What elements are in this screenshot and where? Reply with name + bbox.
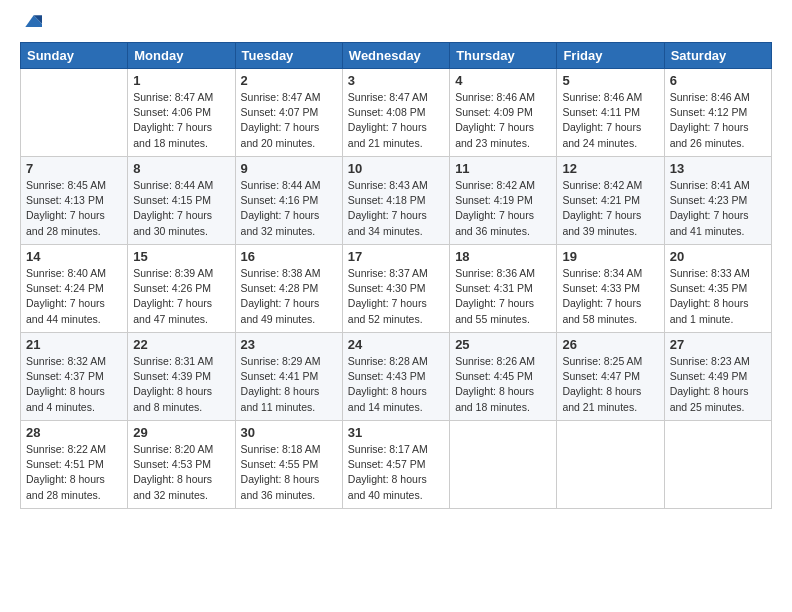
day-info: Sunrise: 8:20 AM Sunset: 4:53 PM Dayligh…: [133, 442, 229, 503]
calendar-cell: 25Sunrise: 8:26 AM Sunset: 4:45 PM Dayli…: [450, 333, 557, 421]
day-number: 4: [455, 73, 551, 88]
day-number: 7: [26, 161, 122, 176]
day-number: 14: [26, 249, 122, 264]
day-number: 23: [241, 337, 337, 352]
day-number: 21: [26, 337, 122, 352]
day-number: 22: [133, 337, 229, 352]
day-number: 17: [348, 249, 444, 264]
calendar-cell: 4Sunrise: 8:46 AM Sunset: 4:09 PM Daylig…: [450, 69, 557, 157]
weekday-header-thursday: Thursday: [450, 43, 557, 69]
calendar-cell: 24Sunrise: 8:28 AM Sunset: 4:43 PM Dayli…: [342, 333, 449, 421]
day-info: Sunrise: 8:25 AM Sunset: 4:47 PM Dayligh…: [562, 354, 658, 415]
day-info: Sunrise: 8:18 AM Sunset: 4:55 PM Dayligh…: [241, 442, 337, 503]
day-number: 11: [455, 161, 551, 176]
day-info: Sunrise: 8:46 AM Sunset: 4:12 PM Dayligh…: [670, 90, 766, 151]
logo-icon: [22, 12, 42, 32]
day-info: Sunrise: 8:47 AM Sunset: 4:06 PM Dayligh…: [133, 90, 229, 151]
calendar-cell: 10Sunrise: 8:43 AM Sunset: 4:18 PM Dayli…: [342, 157, 449, 245]
day-info: Sunrise: 8:41 AM Sunset: 4:23 PM Dayligh…: [670, 178, 766, 239]
calendar-cell: 30Sunrise: 8:18 AM Sunset: 4:55 PM Dayli…: [235, 421, 342, 509]
weekday-header-friday: Friday: [557, 43, 664, 69]
calendar-cell: 17Sunrise: 8:37 AM Sunset: 4:30 PM Dayli…: [342, 245, 449, 333]
day-number: 2: [241, 73, 337, 88]
day-info: Sunrise: 8:22 AM Sunset: 4:51 PM Dayligh…: [26, 442, 122, 503]
day-number: 5: [562, 73, 658, 88]
day-number: 27: [670, 337, 766, 352]
calendar-cell: 8Sunrise: 8:44 AM Sunset: 4:15 PM Daylig…: [128, 157, 235, 245]
calendar-cell: 26Sunrise: 8:25 AM Sunset: 4:47 PM Dayli…: [557, 333, 664, 421]
day-info: Sunrise: 8:46 AM Sunset: 4:11 PM Dayligh…: [562, 90, 658, 151]
calendar-cell: 6Sunrise: 8:46 AM Sunset: 4:12 PM Daylig…: [664, 69, 771, 157]
day-info: Sunrise: 8:38 AM Sunset: 4:28 PM Dayligh…: [241, 266, 337, 327]
day-number: 13: [670, 161, 766, 176]
day-info: Sunrise: 8:40 AM Sunset: 4:24 PM Dayligh…: [26, 266, 122, 327]
calendar-table: SundayMondayTuesdayWednesdayThursdayFrid…: [20, 42, 772, 509]
day-info: Sunrise: 8:42 AM Sunset: 4:19 PM Dayligh…: [455, 178, 551, 239]
calendar-cell: 29Sunrise: 8:20 AM Sunset: 4:53 PM Dayli…: [128, 421, 235, 509]
day-number: 19: [562, 249, 658, 264]
calendar-cell: 2Sunrise: 8:47 AM Sunset: 4:07 PM Daylig…: [235, 69, 342, 157]
day-info: Sunrise: 8:47 AM Sunset: 4:08 PM Dayligh…: [348, 90, 444, 151]
day-number: 28: [26, 425, 122, 440]
calendar-cell: 3Sunrise: 8:47 AM Sunset: 4:08 PM Daylig…: [342, 69, 449, 157]
day-info: Sunrise: 8:47 AM Sunset: 4:07 PM Dayligh…: [241, 90, 337, 151]
day-info: Sunrise: 8:28 AM Sunset: 4:43 PM Dayligh…: [348, 354, 444, 415]
day-number: 16: [241, 249, 337, 264]
calendar-cell: [450, 421, 557, 509]
day-info: Sunrise: 8:31 AM Sunset: 4:39 PM Dayligh…: [133, 354, 229, 415]
calendar-cell: 5Sunrise: 8:46 AM Sunset: 4:11 PM Daylig…: [557, 69, 664, 157]
day-info: Sunrise: 8:23 AM Sunset: 4:49 PM Dayligh…: [670, 354, 766, 415]
day-number: 3: [348, 73, 444, 88]
weekday-header-wednesday: Wednesday: [342, 43, 449, 69]
calendar-cell: 16Sunrise: 8:38 AM Sunset: 4:28 PM Dayli…: [235, 245, 342, 333]
day-number: 10: [348, 161, 444, 176]
day-info: Sunrise: 8:36 AM Sunset: 4:31 PM Dayligh…: [455, 266, 551, 327]
day-number: 25: [455, 337, 551, 352]
calendar-cell: 31Sunrise: 8:17 AM Sunset: 4:57 PM Dayli…: [342, 421, 449, 509]
weekday-header-saturday: Saturday: [664, 43, 771, 69]
calendar-cell: 20Sunrise: 8:33 AM Sunset: 4:35 PM Dayli…: [664, 245, 771, 333]
calendar-cell: [21, 69, 128, 157]
day-info: Sunrise: 8:44 AM Sunset: 4:16 PM Dayligh…: [241, 178, 337, 239]
day-number: 8: [133, 161, 229, 176]
calendar-week-2: 7Sunrise: 8:45 AM Sunset: 4:13 PM Daylig…: [21, 157, 772, 245]
calendar-week-3: 14Sunrise: 8:40 AM Sunset: 4:24 PM Dayli…: [21, 245, 772, 333]
day-number: 12: [562, 161, 658, 176]
calendar-cell: [557, 421, 664, 509]
calendar-cell: 9Sunrise: 8:44 AM Sunset: 4:16 PM Daylig…: [235, 157, 342, 245]
day-info: Sunrise: 8:45 AM Sunset: 4:13 PM Dayligh…: [26, 178, 122, 239]
day-info: Sunrise: 8:46 AM Sunset: 4:09 PM Dayligh…: [455, 90, 551, 151]
calendar-cell: 28Sunrise: 8:22 AM Sunset: 4:51 PM Dayli…: [21, 421, 128, 509]
calendar-week-4: 21Sunrise: 8:32 AM Sunset: 4:37 PM Dayli…: [21, 333, 772, 421]
calendar-cell: 23Sunrise: 8:29 AM Sunset: 4:41 PM Dayli…: [235, 333, 342, 421]
day-info: Sunrise: 8:33 AM Sunset: 4:35 PM Dayligh…: [670, 266, 766, 327]
calendar-cell: 1Sunrise: 8:47 AM Sunset: 4:06 PM Daylig…: [128, 69, 235, 157]
calendar-cell: [664, 421, 771, 509]
day-number: 20: [670, 249, 766, 264]
calendar-cell: 12Sunrise: 8:42 AM Sunset: 4:21 PM Dayli…: [557, 157, 664, 245]
day-number: 9: [241, 161, 337, 176]
day-number: 29: [133, 425, 229, 440]
calendar-cell: 21Sunrise: 8:32 AM Sunset: 4:37 PM Dayli…: [21, 333, 128, 421]
day-number: 30: [241, 425, 337, 440]
calendar-cell: 7Sunrise: 8:45 AM Sunset: 4:13 PM Daylig…: [21, 157, 128, 245]
calendar-week-5: 28Sunrise: 8:22 AM Sunset: 4:51 PM Dayli…: [21, 421, 772, 509]
calendar-cell: 22Sunrise: 8:31 AM Sunset: 4:39 PM Dayli…: [128, 333, 235, 421]
day-info: Sunrise: 8:43 AM Sunset: 4:18 PM Dayligh…: [348, 178, 444, 239]
header: [20, 16, 772, 32]
day-info: Sunrise: 8:32 AM Sunset: 4:37 PM Dayligh…: [26, 354, 122, 415]
calendar-cell: 15Sunrise: 8:39 AM Sunset: 4:26 PM Dayli…: [128, 245, 235, 333]
calendar-cell: 13Sunrise: 8:41 AM Sunset: 4:23 PM Dayli…: [664, 157, 771, 245]
calendar-cell: 18Sunrise: 8:36 AM Sunset: 4:31 PM Dayli…: [450, 245, 557, 333]
day-number: 18: [455, 249, 551, 264]
weekday-header-row: SundayMondayTuesdayWednesdayThursdayFrid…: [21, 43, 772, 69]
day-number: 31: [348, 425, 444, 440]
day-info: Sunrise: 8:17 AM Sunset: 4:57 PM Dayligh…: [348, 442, 444, 503]
day-info: Sunrise: 8:29 AM Sunset: 4:41 PM Dayligh…: [241, 354, 337, 415]
day-number: 24: [348, 337, 444, 352]
day-info: Sunrise: 8:26 AM Sunset: 4:45 PM Dayligh…: [455, 354, 551, 415]
weekday-header-tuesday: Tuesday: [235, 43, 342, 69]
calendar-cell: 14Sunrise: 8:40 AM Sunset: 4:24 PM Dayli…: [21, 245, 128, 333]
day-info: Sunrise: 8:42 AM Sunset: 4:21 PM Dayligh…: [562, 178, 658, 239]
calendar-week-1: 1Sunrise: 8:47 AM Sunset: 4:06 PM Daylig…: [21, 69, 772, 157]
